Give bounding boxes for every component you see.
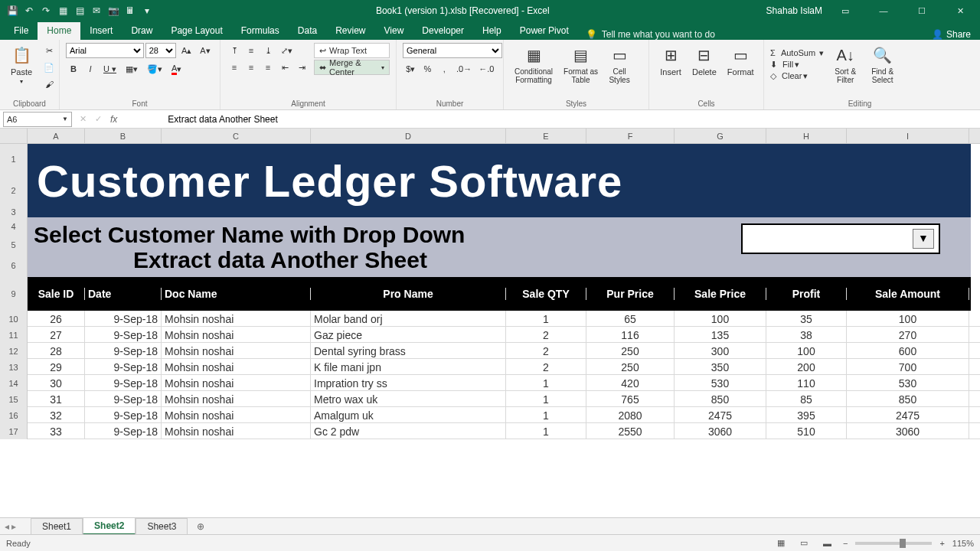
cell[interactable]: 1 [506,311,586,327]
cell[interactable]: 510 [766,423,847,439]
formula-input[interactable] [122,112,980,127]
cell[interactable]: 135 [675,327,766,343]
cancel-formula-button[interactable]: ✕ [75,112,90,127]
delete-cells-button[interactable]: ⊟Delete [688,43,721,78]
cell[interactable]: 9-Sep-18 [85,391,162,407]
col-header-B[interactable]: B [85,129,162,143]
align-center-button[interactable]: ≡ [243,60,259,75]
tab-file[interactable]: File [5,22,38,40]
cell[interactable]: 28 [28,343,85,359]
cell[interactable]: 2550 [586,423,675,439]
cell[interactable]: Dental syring brass [311,343,506,359]
percent-button[interactable]: % [420,61,435,77]
row-header-1[interactable]: 1 [0,144,28,174]
zoom-out-button[interactable]: − [843,539,848,548]
find-select-button[interactable]: 🔍Find & Select [867,43,898,86]
tab-formulas[interactable]: Formulas [232,22,289,40]
camera-icon[interactable]: 📷 [107,5,119,17]
qat-icon-4[interactable]: ▦ [57,5,69,17]
cell[interactable]: Mohsin noshai [162,375,311,391]
cell[interactable]: 850 [675,391,766,407]
row-header[interactable]: 16 [0,407,28,423]
cell[interactable]: 26 [28,311,85,327]
table-row[interactable]: 11279-Sep-18Mohsin noshaiGaz piece211613… [0,327,980,343]
copy-button[interactable]: 📄 [40,60,58,75]
worksheet[interactable]: 1 2 3 4 5 6 9 Customer Ledger Software S… [0,144,980,494]
format-as-table-button[interactable]: ▤Format as Table [559,43,603,86]
row-header[interactable]: 15 [0,391,28,407]
row-header-4[interactable]: 4 [0,217,28,236]
calculator-icon[interactable]: 🖩 [124,5,136,17]
conditional-formatting-button[interactable]: ▦Conditional Formatting [510,43,557,86]
italic-button[interactable]: I [83,61,98,77]
col-header-D[interactable]: D [311,129,506,143]
cell[interactable]: Mohsin noshai [162,423,311,439]
fx-icon[interactable]: fx [106,114,122,125]
cell[interactable]: Impration try ss [311,375,506,391]
tell-me[interactable]: 💡 Tell me what you want to do [586,29,715,40]
row-header[interactable]: 11 [0,327,28,343]
cell[interactable]: K file mani jpn [311,359,506,375]
table-row[interactable]: 15319-Sep-18Mohsin noshaiMetro wax uk176… [0,391,980,407]
cell[interactable]: 9-Sep-18 [85,327,162,343]
row-header-5[interactable]: 5 [0,236,28,254]
cell[interactable]: 2475 [675,407,766,423]
cell[interactable]: 1 [506,375,586,391]
zoom-level[interactable]: 115% [952,539,974,548]
align-top-button[interactable]: ⤒ [227,43,242,58]
cell[interactable]: 600 [847,343,969,359]
font-color-button[interactable]: A▾ [168,61,185,77]
cell[interactable]: 30 [28,375,85,391]
cell[interactable]: 200 [766,359,847,375]
sheet-tab-3[interactable]: Sheet3 [136,518,188,534]
cell[interactable]: Mohsin noshai [162,407,311,423]
cell[interactable]: 38 [766,327,847,343]
col-header-C[interactable]: C [162,129,311,143]
font-size-combo[interactable]: 28 [145,43,177,58]
maximize-icon[interactable]: ☐ [906,2,937,20]
view-page-layout-button[interactable]: ▭ [796,536,812,551]
cell[interactable]: 9-Sep-18 [85,359,162,375]
tab-home[interactable]: Home [38,22,80,40]
insert-cells-button[interactable]: ⊞Insert [655,43,686,78]
row-header-6[interactable]: 6 [0,254,28,277]
cell[interactable]: 395 [766,407,847,423]
decrease-decimal-button[interactable]: ←.0 [476,61,497,77]
cell[interactable]: 2080 [586,407,675,423]
cell[interactable]: 3060 [847,423,969,439]
cell[interactable]: 3060 [675,423,766,439]
autosum-button[interactable]: Σ AutoSum ▾ [770,48,824,58]
cell[interactable]: 2475 [847,407,969,423]
cell[interactable]: 32 [28,407,85,423]
undo-icon[interactable]: ↶ [23,5,35,17]
merge-center-button[interactable]: ⬌Merge & Center▾ [314,60,390,75]
row-header[interactable]: 17 [0,423,28,439]
tab-review[interactable]: Review [326,22,374,40]
cell[interactable]: 300 [675,343,766,359]
cell[interactable]: 110 [766,375,847,391]
share-button[interactable]: 👤 Share [932,29,971,40]
select-all-corner[interactable] [0,129,28,143]
cell[interactable]: 250 [586,343,675,359]
cell[interactable]: 2 [506,327,586,343]
cell[interactable]: 420 [586,375,675,391]
cell[interactable]: 1 [506,391,586,407]
cell[interactable]: 33 [28,423,85,439]
cell[interactable]: 29 [28,359,85,375]
col-header-A[interactable]: A [28,129,85,143]
currency-button[interactable]: $▾ [403,61,418,77]
cell[interactable]: 1 [506,423,586,439]
cell[interactable]: 116 [586,327,675,343]
comma-button[interactable]: , [436,61,452,77]
table-row[interactable]: 12289-Sep-18Mohsin noshaiDental syring b… [0,343,980,359]
cell-styles-button[interactable]: ▭Cell Styles [604,43,635,86]
row-header[interactable]: 10 [0,311,28,327]
cell[interactable]: 250 [586,359,675,375]
decrease-indent-button[interactable]: ⇤ [277,60,292,75]
cell[interactable]: Metro wax uk [311,391,506,407]
sheet-nav[interactable]: ◂ ▸ [5,521,16,532]
zoom-slider[interactable] [855,542,932,545]
tab-developer[interactable]: Developer [413,22,473,40]
close-icon[interactable]: ✕ [945,2,975,20]
row-header-2[interactable]: 2 [0,174,28,207]
